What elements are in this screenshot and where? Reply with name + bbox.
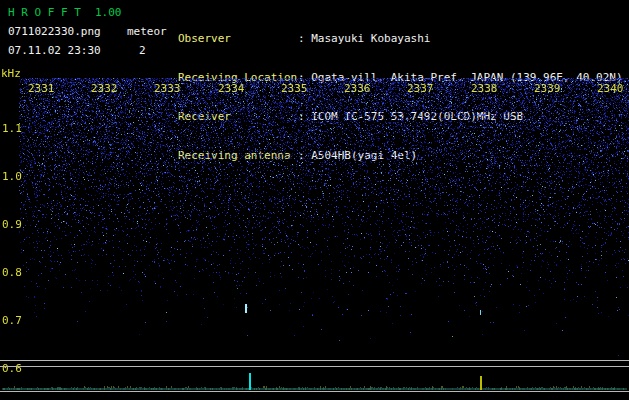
freq-label-0-9: 0.9 [2,218,22,231]
level-panel-bottom-border [0,391,629,392]
time-label-2339: 2339 [534,82,561,95]
level-canvas [0,367,629,391]
time-label-2331: 2331 [28,82,55,95]
time-label-2338: 2338 [471,82,498,95]
time-label-2335: 2335 [281,82,308,95]
freq-label-1-1: 1.1 [2,122,22,135]
spectrogram-bottom-line [0,360,629,361]
meteor-count-label: meteor [127,25,167,38]
time-label-2333: 2333 [154,82,181,95]
app-title: H R O F F T [8,6,81,19]
meteor-count-value: 2 [139,44,146,57]
info-row-observer: Observer : Masayuki Kobayashi [178,32,623,45]
observer-value: : Masayuki Kobayashi [298,32,430,45]
freq-unit-label: kHz [1,67,21,80]
freq-label-1-0: 1.0 [2,170,22,183]
time-label-2340: 2340 [597,82,624,95]
time-label-2332: 2332 [91,82,118,95]
hrofft-screen: H R O F F T 1.00 0711022330.png meteor 0… [0,0,629,400]
observer-label: Observer [178,32,298,45]
spectrogram-canvas [0,78,629,360]
datetime-display: 07.11.02 23:30 [8,44,101,57]
freq-label-0-7: 0.7 [2,314,22,327]
time-label-2336: 2336 [344,82,371,95]
time-label-2334: 2334 [218,82,245,95]
app-version: 1.00 [95,6,122,19]
freq-label-0-8: 0.8 [2,266,22,279]
time-label-2337: 2337 [407,82,434,95]
output-filename: 0711022330.png [8,25,101,38]
